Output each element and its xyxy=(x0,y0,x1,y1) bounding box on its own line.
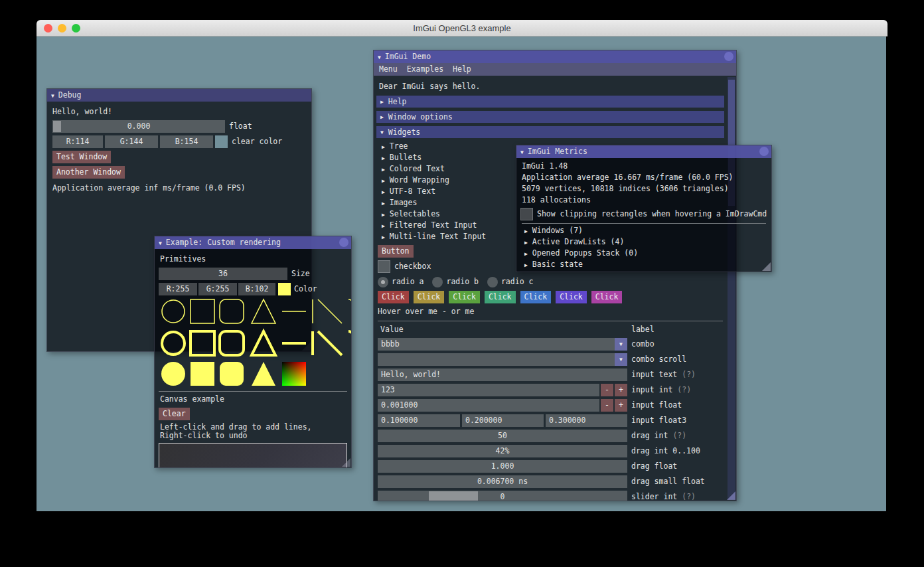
tree-node-opened-popups-stack[interactable]: Opened Popups Stack (0) xyxy=(524,248,771,259)
menu-item-examples[interactable]: Examples xyxy=(402,63,448,76)
demo-titlebar[interactable]: ImGui Demo xyxy=(374,50,736,63)
decrement-button[interactable]: - xyxy=(601,399,613,412)
minimize-button[interactable] xyxy=(58,24,66,33)
decrement-button[interactable]: - xyxy=(601,384,613,396)
input-float3-x[interactable]: 0.100000 xyxy=(378,414,460,427)
help-marker[interactable]: (?) xyxy=(672,430,686,442)
separator xyxy=(522,223,766,224)
color-field-g[interactable]: G:255 xyxy=(198,283,237,295)
clear-button[interactable]: Clear xyxy=(159,408,190,420)
tree-node-basic-state[interactable]: Basic state xyxy=(524,259,771,270)
input-text-field[interactable]: Hello, world! xyxy=(378,368,627,381)
imgui-metrics-window[interactable]: ImGui Metrics ImGui 1.48 Application ave… xyxy=(516,145,772,272)
color-field-r[interactable]: R:255 xyxy=(159,283,197,295)
click-button-5[interactable]: Click xyxy=(520,291,552,303)
checkbox-label: Show clipping rectangles when hovering a… xyxy=(537,208,767,220)
hover-text[interactable]: Hover over me - or me xyxy=(378,306,736,317)
debug-titlebar[interactable]: Debug xyxy=(47,89,311,102)
input-float3-row: 0.100000 0.200000 0.300000 input float3 xyxy=(378,414,736,427)
increment-button[interactable]: + xyxy=(615,384,627,396)
tree-node-windows[interactable]: Windows (7) xyxy=(524,225,771,236)
resize-grip[interactable] xyxy=(727,491,735,500)
color-swatch[interactable] xyxy=(278,283,291,295)
imgui-demo-window[interactable]: ImGui Demo Menu Examples Help Dear ImGui… xyxy=(373,50,737,501)
float-slider-row: 0.000 float xyxy=(52,120,311,133)
outline-shapes-thin xyxy=(162,299,352,323)
vertical-scrollbar[interactable] xyxy=(728,77,735,499)
click-button-1[interactable]: Click xyxy=(378,291,409,303)
button[interactable]: Button xyxy=(378,245,414,258)
color-field-g[interactable]: G:144 xyxy=(105,135,158,148)
checkbox[interactable] xyxy=(520,208,533,220)
opengl-viewport: Debug Hello, world! 0.000 float R:114 G:… xyxy=(37,37,886,511)
chevron-right-icon xyxy=(524,225,528,237)
drawing-canvas[interactable] xyxy=(159,443,347,468)
header-widgets[interactable]: Widgets xyxy=(376,126,724,138)
header-help[interactable]: Help xyxy=(376,96,724,108)
click-button-2[interactable]: Click xyxy=(414,291,445,303)
input-float-field[interactable]: 0.001000 xyxy=(378,399,599,412)
drag-float[interactable]: 1.000 xyxy=(378,460,627,473)
collapse-arrow-icon[interactable] xyxy=(378,51,381,63)
color-field-b[interactable]: B:154 xyxy=(160,135,213,148)
drag-int-0-100[interactable]: 42% xyxy=(378,445,627,457)
close-window-icon[interactable] xyxy=(339,238,348,247)
color-edit-row: R:255 G:255 B:102 Color xyxy=(159,283,351,295)
tree-node-active-drawlists[interactable]: Active DrawLists (4) xyxy=(524,236,771,248)
macos-titlebar[interactable]: ImGui OpenGL3 example xyxy=(37,20,887,37)
chevron-right-icon xyxy=(382,175,385,187)
click-button-7[interactable]: Click xyxy=(591,291,623,303)
resize-grip[interactable] xyxy=(342,458,350,467)
help-marker[interactable]: (?) xyxy=(682,491,696,501)
collapse-arrow-icon[interactable] xyxy=(520,146,524,158)
chevron-down-icon[interactable] xyxy=(615,353,627,366)
close-window-icon[interactable] xyxy=(724,52,733,61)
clear-color-swatch[interactable] xyxy=(215,135,228,148)
combo[interactable]: bbbb xyxy=(378,338,627,351)
color-field-b[interactable]: B:102 xyxy=(238,283,275,295)
menu-item-menu[interactable]: Menu xyxy=(374,63,402,76)
color-edit-label: Color xyxy=(294,284,317,295)
drag-int[interactable]: 50 xyxy=(378,430,627,442)
custom-rendering-window[interactable]: Example: Custom rendering Primitives 36 … xyxy=(154,236,352,468)
label-text-value: Value xyxy=(378,324,627,335)
chevron-down-icon[interactable] xyxy=(615,338,627,351)
color-field-r[interactable]: R:114 xyxy=(52,135,103,148)
checkbox[interactable] xyxy=(378,260,390,273)
increment-button[interactable]: + xyxy=(615,399,627,412)
click-button-4[interactable]: Click xyxy=(485,291,516,303)
another-window-button[interactable]: Another Window xyxy=(52,166,125,179)
test-window-button[interactable]: Test Window xyxy=(52,151,111,163)
input-int-field[interactable]: 123 xyxy=(378,384,599,396)
input-float3-y[interactable]: 0.200000 xyxy=(462,414,544,427)
combo-scroll[interactable] xyxy=(378,353,627,366)
radio-b[interactable] xyxy=(432,277,443,287)
slider-grab[interactable] xyxy=(53,121,61,132)
input-float3-z[interactable]: 0.300000 xyxy=(546,414,627,427)
resize-grip[interactable] xyxy=(762,262,771,271)
zoom-button[interactable] xyxy=(72,24,80,33)
help-marker[interactable]: (?) xyxy=(677,384,691,396)
drag-small-float[interactable]: 0.006700 ns xyxy=(378,475,627,488)
chevron-right-icon xyxy=(382,208,385,220)
header-window-options[interactable]: Window options xyxy=(376,111,724,123)
size-slider-value: 36 xyxy=(218,268,228,280)
collapse-arrow-icon[interactable] xyxy=(159,237,162,249)
custom-rendering-titlebar[interactable]: Example: Custom rendering xyxy=(155,236,351,249)
slider-int[interactable]: 0 xyxy=(378,491,627,501)
test-window-row: Test Window xyxy=(52,151,311,163)
close-button[interactable] xyxy=(44,24,52,33)
metrics-titlebar[interactable]: ImGui Metrics xyxy=(516,145,771,158)
close-window-icon[interactable] xyxy=(759,147,769,156)
click-button-6[interactable]: Click xyxy=(556,291,587,303)
collapse-arrow-icon[interactable] xyxy=(51,90,54,102)
help-marker[interactable]: (?) xyxy=(682,369,696,380)
radio-row: radio a radio b radio c xyxy=(378,276,736,288)
click-button-3[interactable]: Click xyxy=(449,291,480,303)
radio-c[interactable] xyxy=(487,277,498,287)
slider-grab[interactable] xyxy=(429,491,478,501)
radio-a[interactable] xyxy=(378,277,388,287)
menu-item-help[interactable]: Help xyxy=(448,63,476,76)
size-slider[interactable]: 36 xyxy=(159,268,287,280)
float-slider[interactable]: 0.000 xyxy=(52,120,225,133)
